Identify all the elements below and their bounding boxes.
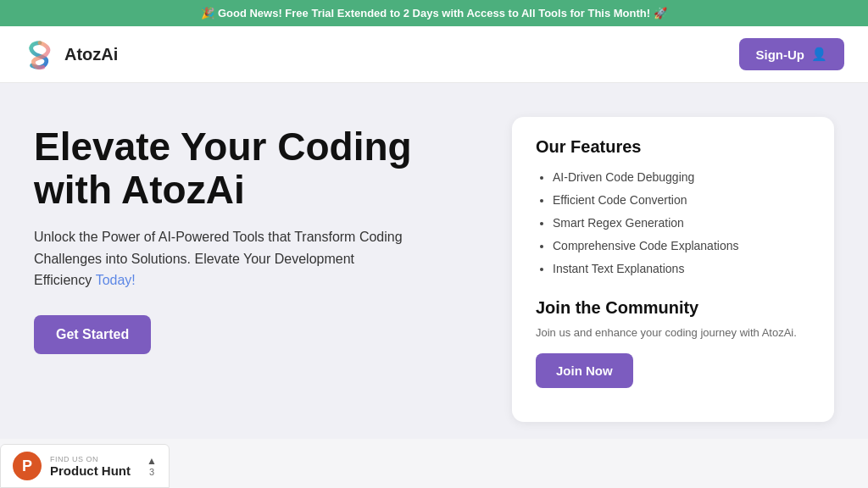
features-section: Our Features AI-Driven Code Debugging Ef… [536,137,810,278]
list-item: Comprehensive Code Explanations [553,237,810,255]
logo-text: AtozAi [64,45,118,64]
hero-title-line2: with AtozAi [34,168,245,212]
join-now-button[interactable]: Join Now [536,353,633,388]
signup-button[interactable]: Sign-Up 👤 [739,38,845,70]
product-hunt-letter: P [22,458,32,475]
feature-item-4: Comprehensive Code Explanations [553,239,738,252]
feature-item-2: Efficient Code Convertion [553,193,687,207]
logo-icon [24,38,56,70]
list-item: AI-Driven Code Debugging [553,169,810,186]
feature-item-3: Smart Regex Generation [553,216,684,230]
product-hunt-badge[interactable]: P FIND US ON Product Hunt ▲ 3 [0,444,170,488]
get-started-label: Get Started [56,327,129,341]
get-started-button[interactable]: Get Started [34,315,151,354]
banner-text: 🎉 Good News! Free Trial Extended to 2 Da… [201,7,666,19]
features-card: Our Features AI-Driven Code Debugging Ef… [512,117,834,422]
announcement-banner: 🎉 Good News! Free Trial Extended to 2 Da… [0,0,868,26]
community-description: Join us and enhance your coding journey … [536,324,810,341]
upvote-arrow-icon: ▲ [147,455,157,467]
list-item: Instant Text Explanations [553,260,810,278]
product-hunt-logo: P [13,452,42,480]
user-icon: 👤 [811,47,827,62]
community-title: Join the Community [536,298,810,318]
list-item: Smart Regex Generation [553,214,810,232]
signup-label: Sign-Up [756,47,805,62]
features-title: Our Features [536,137,810,157]
product-hunt-name: Product Hunt [50,463,131,478]
product-hunt-votes: ▲ 3 [147,455,157,477]
features-list: AI-Driven Code Debugging Efficient Code … [536,169,810,278]
product-hunt-text-area: FIND US ON Product Hunt [50,455,131,478]
hero-title-line1: Elevate Your Coding [34,125,412,169]
hero-section: Elevate Your Coding with AtozAi Unlock t… [34,117,478,422]
hero-subtitle-highlight: Today! [96,273,136,287]
list-item: Efficient Code Convertion [553,191,810,209]
hero-title: Elevate Your Coding with AtozAi [34,125,478,211]
logo-area: AtozAi [24,38,118,70]
vote-count: 3 [149,467,154,477]
navbar: AtozAi Sign-Up 👤 [0,26,868,83]
main-content: Elevate Your Coding with AtozAi Unlock t… [0,83,868,439]
feature-item-5: Instant Text Explanations [553,262,684,275]
community-section: Join the Community Join us and enhance y… [536,298,810,388]
feature-item-1: AI-Driven Code Debugging [553,170,694,184]
product-hunt-find-us: FIND US ON [50,455,131,463]
hero-subtitle: Unlock the Power of AI-Powered Tools tha… [34,226,407,291]
join-now-label: Join Now [556,363,613,378]
